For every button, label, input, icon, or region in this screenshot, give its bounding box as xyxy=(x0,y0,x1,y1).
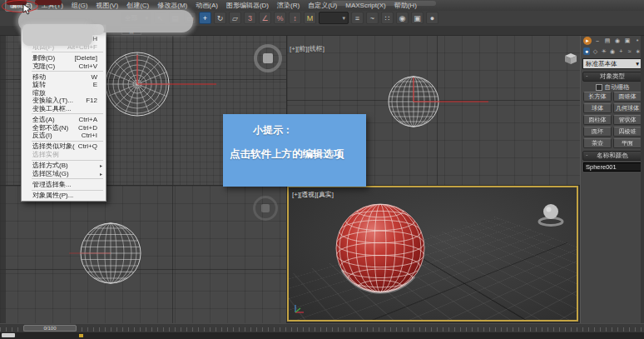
align-icon[interactable]: ≡ xyxy=(351,12,364,24)
percent-snap-icon[interactable]: % xyxy=(274,12,286,24)
render-setup-icon[interactable]: ▣ xyxy=(411,12,424,24)
timeline-track-bar[interactable]: 0/100 xyxy=(0,323,644,332)
primitive-button[interactable]: 平面 xyxy=(613,138,642,148)
object-name-input[interactable] xyxy=(583,162,644,172)
menu-item[interactable]: 选择区域(G)▸ xyxy=(22,169,106,177)
primitive-button[interactable]: 管状体 xyxy=(613,115,642,125)
tab-create[interactable]: ▸ xyxy=(583,37,592,45)
mouse-cursor xyxy=(22,3,32,15)
status-marker xyxy=(79,334,83,337)
primitive-button[interactable]: 圆柱体 xyxy=(583,115,612,125)
tab-modify[interactable]: ~ xyxy=(593,37,602,45)
panel-tabs: ▸~▤◉▣* xyxy=(581,35,644,46)
object-type-rollout[interactable]: - 对象类型 xyxy=(582,72,642,82)
autogrid-row: 自动栅格 xyxy=(581,83,644,92)
tab-motion[interactable]: ◉ xyxy=(613,37,622,45)
mirror-icon[interactable]: M xyxy=(304,12,316,24)
cat-shapes[interactable]: ◇ xyxy=(592,47,598,55)
select-and-move-icon[interactable]: + xyxy=(199,12,211,24)
viewport-label[interactable]: [+][透视][真实] xyxy=(292,190,334,199)
hint-body: 点击软件上方的编辑选项 xyxy=(230,147,359,162)
autogrid-checkbox[interactable] xyxy=(596,84,602,91)
primitive-buttons: 长方体圆锥体球体几何球体圆柱体管状体圆环四棱锥茶壶平面 xyxy=(581,92,644,148)
mini-listener[interactable] xyxy=(2,333,15,337)
viewcube-icon[interactable] xyxy=(563,52,578,67)
ground-grid xyxy=(287,217,578,322)
menu-item[interactable]: 克隆(C)Ctrl+V xyxy=(22,62,106,70)
select-and-scale-icon[interactable]: ▱ xyxy=(229,12,241,24)
menu-item[interactable]: 管理选择集... xyxy=(22,181,106,189)
named-selection-dropdown[interactable]: ▾ xyxy=(319,12,349,24)
blurred-title-text xyxy=(331,1,436,6)
primitive-button[interactable]: 四棱锥 xyxy=(613,127,642,137)
snap-toggle-icon[interactable]: 3 xyxy=(244,12,256,24)
viewcube-icon[interactable] xyxy=(253,196,278,221)
red-shaded-sphere[interactable] xyxy=(334,200,427,298)
censored-logo xyxy=(35,0,62,5)
menu-item[interactable]: 对象属性(P)... xyxy=(22,192,106,200)
hint-title: 小提示： xyxy=(253,123,359,137)
time-slider[interactable]: 0/100 xyxy=(23,325,77,332)
cat-lights[interactable]: ☀ xyxy=(601,47,607,55)
cat-helpers[interactable]: + xyxy=(617,47,624,55)
primitive-button[interactable]: 几何球体 xyxy=(613,103,642,113)
hint-tooltip: 小提示： 点击软件上方的编辑选项 xyxy=(223,114,366,187)
viewport-left[interactable] xyxy=(0,186,286,323)
cat-cameras[interactable]: ◉ xyxy=(609,47,616,55)
collapse-icon: - xyxy=(586,72,588,79)
viewport-label[interactable]: [+][前][线框] xyxy=(290,44,324,53)
chevron-down-icon: ▾ xyxy=(636,60,639,67)
menubar-item[interactable]: 动画(A) xyxy=(191,0,222,11)
angle-snap-icon[interactable]: ∠ xyxy=(259,12,271,24)
primitive-button[interactable]: 圆环 xyxy=(583,127,612,137)
censor-blob xyxy=(22,24,92,46)
cat-spacewarps[interactable]: ≈ xyxy=(626,47,632,55)
menu-item[interactable]: 选择实例 xyxy=(22,151,106,159)
menu-item[interactable]: 反选(I)Ctrl+I xyxy=(22,132,106,140)
edit-dropdown-menu: Ctrl+H取回(F)Alt+Ctrl+F删除(D)[Delete]克隆(C)C… xyxy=(21,24,107,202)
wireframe-sphere-front-view[interactable] xyxy=(384,72,493,131)
cat-geometry[interactable]: ● xyxy=(583,47,590,55)
viewport-perspective-active[interactable]: [+][透视][真实] xyxy=(287,186,578,322)
spinner-snap-icon[interactable]: ↕ xyxy=(289,12,301,24)
wireframe-sphere-left-view[interactable] xyxy=(65,220,190,287)
timeline-ticks xyxy=(0,327,644,332)
viewcube-icon[interactable] xyxy=(254,44,282,72)
primitive-button[interactable]: 圆锥体 xyxy=(613,92,642,102)
wireframe-sphere-top-view[interactable] xyxy=(100,47,225,122)
viewcube-icon[interactable] xyxy=(537,202,565,227)
viewport-left-edge xyxy=(0,35,6,323)
menu-item[interactable]: 变换工具框... xyxy=(22,105,106,113)
tab-hierarchy[interactable]: ▤ xyxy=(603,37,612,45)
move-gizmo xyxy=(137,55,216,84)
axis-tripod-icon xyxy=(293,302,306,315)
highlight-annotation-ellipse xyxy=(2,0,38,12)
primitive-button[interactable]: 球体 xyxy=(583,103,612,113)
schematic-view-icon[interactable]: ∷ xyxy=(381,12,394,24)
menubar-item[interactable]: 渲染(R) xyxy=(273,0,304,11)
primitive-type-dropdown[interactable]: 标准基本体 ▾ xyxy=(582,58,642,69)
material-editor-icon[interactable]: ◉ xyxy=(396,12,409,24)
panel-categories: ●◇☀◉+≈∗ xyxy=(581,46,644,56)
move-gizmo xyxy=(414,77,488,102)
primitive-button[interactable]: 茶壶 xyxy=(583,138,612,148)
status-bar xyxy=(0,332,644,339)
name-color-rollout[interactable]: - 名称和颜色 xyxy=(582,151,642,161)
3dsmax-window: 编辑(E)工具(T)组(G)视图(V)创建(C)修改器(M)动画(A)图形编辑器… xyxy=(0,0,644,339)
curve-editor-icon[interactable]: ~ xyxy=(366,12,379,24)
command-panel: ▸~▤◉▣* ●◇☀◉+≈∗ 标准基本体 ▾ - 对象类型 自动栅格 长方体圆锥… xyxy=(580,35,644,323)
menubar-item[interactable]: 图形编辑器(D) xyxy=(222,0,273,11)
panel-scrollbar[interactable] xyxy=(641,35,644,323)
select-and-rotate-icon[interactable]: ↻ xyxy=(214,12,226,24)
collapse-icon: - xyxy=(586,151,588,158)
render-icon[interactable]: ● xyxy=(426,12,438,24)
primitive-button[interactable]: 长方体 xyxy=(583,92,612,102)
tab-display[interactable]: ▣ xyxy=(623,37,632,45)
autogrid-label: 自动栅格 xyxy=(605,83,630,92)
